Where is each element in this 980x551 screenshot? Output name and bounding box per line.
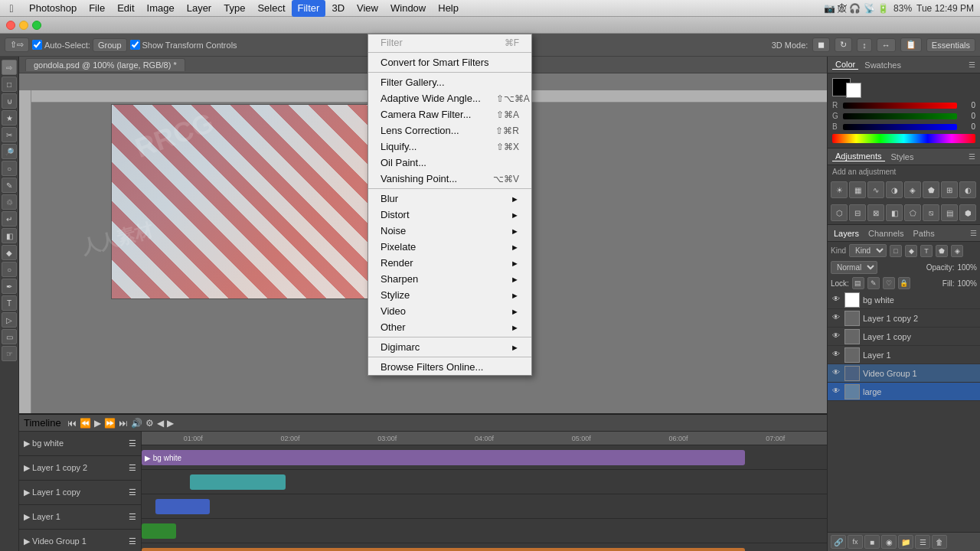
gradient-tool-icon[interactable]: ◆ (2, 245, 17, 260)
lasso-tool-icon[interactable]: ⊍ (2, 93, 17, 109)
eraser-tool-icon[interactable]: ◧ (2, 228, 17, 243)
filter-lens-correction[interactable]: Lens Correction... ⇧⌘R (368, 122, 531, 139)
layer-item-vg1[interactable]: 👁 Video Group 1 (828, 364, 980, 383)
timeline-settings[interactable]: ⚙ (145, 418, 154, 429)
filter-render[interactable]: Render ► (368, 255, 531, 271)
track-bar-l1c2[interactable] (190, 474, 286, 490)
3d-mode-btn1[interactable]: ◼ (812, 37, 830, 52)
tab-color[interactable]: Color (832, 60, 858, 70)
3d-mode-btn2[interactable]: ↻ (835, 37, 852, 52)
track-add-4[interactable]: ☰ (129, 536, 136, 546)
selective-color-adj-icon[interactable]: ⬢ (959, 204, 976, 221)
menu-layer[interactable]: Layer (181, 0, 218, 17)
3d-mode-btn3[interactable]: ↕ (857, 38, 872, 52)
timeline-play[interactable]: ▶ (94, 418, 101, 429)
menu-file[interactable]: File (83, 0, 111, 17)
minimize-button[interactable] (19, 21, 28, 30)
tab-styles[interactable]: Styles (888, 152, 917, 161)
eye-icon-l1c2[interactable]: 👁 (831, 313, 841, 324)
timeline-frame-right[interactable]: ▶ (167, 418, 174, 429)
filter-stylize[interactable]: Stylize ► (368, 287, 531, 303)
menu-photoshop[interactable]: Photoshop (23, 0, 83, 17)
eyedropper-icon[interactable]: 🔎 (2, 144, 17, 159)
adj-panel-menu[interactable]: ☰ (969, 152, 975, 161)
timeline-frame-left[interactable]: ◀ (157, 418, 164, 429)
color-lookup-adj-icon[interactable]: ⊠ (867, 204, 884, 221)
threshold-adj-icon[interactable]: ⧅ (923, 204, 939, 221)
track-bar-bg[interactable]: ▶ bg white (142, 450, 745, 465)
track-add-3[interactable]: ☰ (129, 512, 136, 522)
timeline-to-start[interactable]: ⏮ (67, 418, 77, 429)
filter-oil-paint[interactable]: Oil Paint... (368, 155, 531, 171)
timeline-prev-frame[interactable]: ⏪ (80, 418, 91, 429)
layer-item-bg-white[interactable]: 👁 bg white (828, 291, 980, 309)
pixel-filter-icon[interactable]: □ (890, 245, 902, 257)
3d-mode-btn4[interactable]: ↔ (877, 38, 896, 52)
stamp-tool-icon[interactable]: ♲ (2, 194, 17, 210)
timeline-next-frame[interactable]: ⏩ (104, 418, 116, 429)
menu-3d[interactable]: 3D (325, 0, 351, 17)
dodge-tool-icon[interactable]: ○ (2, 262, 17, 277)
filter-video[interactable]: Video ► (368, 303, 531, 319)
track-add-2[interactable]: ☰ (129, 487, 136, 497)
timeline-to-end[interactable]: ⏭ (119, 418, 128, 429)
kind-filter-select[interactable]: Kind (849, 244, 887, 257)
layers-panel-menu[interactable]: ☰ (970, 229, 977, 237)
eye-icon-l1[interactable]: 👁 (831, 350, 841, 360)
close-button[interactable] (6, 21, 15, 30)
add-mask-btn[interactable]: ■ (864, 535, 880, 549)
heal-tool-icon[interactable]: ○ (2, 161, 17, 176)
magic-wand-icon[interactable]: ★ (2, 110, 17, 126)
filter-other[interactable]: Other ► (368, 319, 531, 335)
g-slider[interactable] (843, 113, 957, 119)
b-slider[interactable] (843, 124, 957, 130)
lock-transparent-icon[interactable]: ▤ (852, 277, 864, 289)
posterize-adj-icon[interactable]: ⬠ (904, 204, 921, 221)
track-add-1[interactable]: ☰ (129, 463, 136, 473)
exposure-adj-icon[interactable]: ◑ (886, 181, 903, 198)
shape-tool-icon[interactable]: ▭ (2, 329, 17, 344)
menu-edit[interactable]: Edit (111, 0, 140, 17)
fx-btn[interactable]: fx (848, 535, 863, 549)
brightness-adj-icon[interactable]: ☀ (831, 181, 848, 198)
3d-mode-btn5[interactable]: 📋 (900, 37, 922, 52)
eye-icon-bg[interactable]: 👁 (831, 295, 841, 305)
gradient-map-adj-icon[interactable]: ▤ (941, 204, 958, 221)
smartobj-filter-icon[interactable]: ◈ (951, 245, 963, 257)
apple-menu[interactable]:  (0, 2, 23, 15)
menu-window[interactable]: Window (384, 0, 432, 17)
auto-select-checkbox[interactable] (32, 40, 42, 50)
filter-noise[interactable]: Noise ► (368, 223, 531, 239)
filter-blur[interactable]: Blur ► (368, 191, 531, 207)
filter-camera-raw[interactable]: Camera Raw Filter... ⇧⌘A (368, 106, 531, 122)
link-layers-btn[interactable]: 🔗 (831, 535, 846, 549)
brush-tool-icon[interactable]: ✎ (2, 178, 17, 193)
panel-menu-icon[interactable]: ☰ (969, 60, 975, 69)
track-add-0[interactable]: ☰ (129, 439, 136, 448)
photo-filter-adj-icon[interactable]: ⬡ (831, 204, 848, 221)
crop-tool-icon[interactable]: ✂ (2, 127, 17, 142)
marquee-tool-icon[interactable]: □ (2, 77, 17, 92)
filter-vanishing-point[interactable]: Vanishing Point... ⌥⌘V (368, 171, 531, 187)
tab-layers[interactable]: Layers (831, 228, 862, 239)
menu-help[interactable]: Help (432, 0, 465, 17)
track-bar-l1c[interactable] (155, 499, 211, 514)
timeline-audio[interactable]: 🔊 (131, 418, 142, 429)
adj-filter-icon[interactable]: ◆ (905, 245, 917, 257)
menu-filter[interactable]: Filter (292, 0, 326, 17)
channel-mixer-adj-icon[interactable]: ⊟ (849, 204, 866, 221)
path-select-icon[interactable]: ▷ (2, 312, 17, 328)
vibrance-adj-icon[interactable]: ◈ (904, 181, 921, 198)
color-spectrum-bar[interactable] (832, 134, 975, 143)
levels-adj-icon[interactable]: ▦ (849, 181, 866, 198)
menu-image[interactable]: Image (141, 0, 181, 17)
menu-view[interactable]: View (351, 0, 384, 17)
filter-pixelate[interactable]: Pixelate ► (368, 239, 531, 255)
layer-item-l1c[interactable]: 👁 Layer 1 copy (828, 328, 980, 346)
hand-tool-icon[interactable]: ☞ (2, 346, 17, 361)
tab-paths[interactable]: Paths (910, 228, 938, 239)
filter-browse-online[interactable]: Browse Filters Online... (368, 359, 531, 375)
lock-position-icon[interactable]: ♡ (883, 277, 895, 289)
lock-all-icon[interactable]: 🔒 (898, 277, 910, 289)
filter-gallery[interactable]: Filter Gallery... (368, 74, 531, 90)
